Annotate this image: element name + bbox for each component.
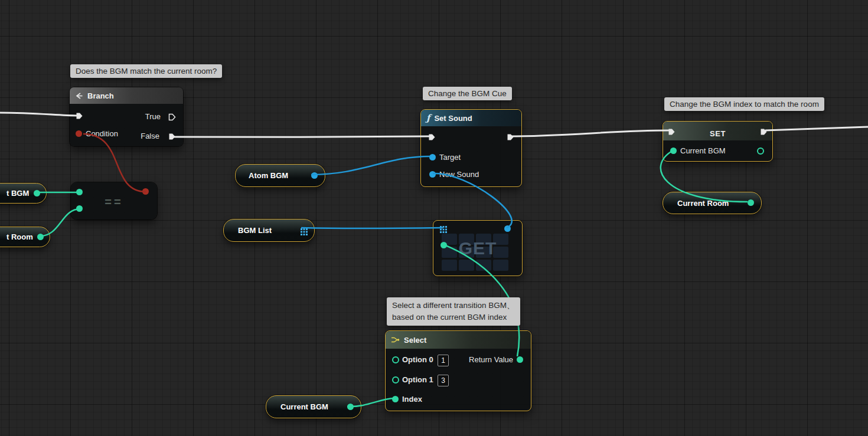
branch-node-title: Branch: [87, 91, 114, 100]
wire-exec-in-branch: [0, 113, 77, 116]
set-sound-newsound-pin[interactable]: [429, 171, 436, 178]
current-room-partial-pin[interactable]: [37, 234, 44, 240]
atom-bgm-pin[interactable]: [311, 172, 318, 179]
set-sound-exec-in-pin[interactable]: [428, 133, 436, 143]
equals-symbol: ==: [71, 195, 157, 209]
set-sound-title: Set Sound: [434, 114, 472, 123]
set-sound-target-label: Target: [439, 153, 461, 162]
select-index-pin[interactable]: [392, 396, 399, 402]
select-title: Select: [404, 336, 426, 345]
set-sound-newsound-label: New Sound: [439, 170, 479, 179]
branch-false-pin[interactable]: [168, 132, 176, 143]
wire-obj-atombgm-target: [311, 156, 430, 175]
select-option1-pin[interactable]: [392, 376, 399, 383]
current-bgm-partial-pin[interactable]: [34, 190, 40, 196]
current-room-pin[interactable]: [748, 199, 754, 206]
set-variable-node[interactable]: SET Current BGM: [663, 121, 773, 162]
branch-condition-pin[interactable]: [76, 130, 82, 137]
atom-bgm-pill[interactable]: Atom BGM: [235, 164, 325, 187]
set-sound-exec-out-pin[interactable]: [507, 133, 514, 143]
select-return-label: Return Value: [469, 355, 513, 364]
current-room-partial-label: t Room: [6, 232, 33, 241]
tooltip-select-line2: based on the current BGM index: [392, 312, 515, 323]
bgm-list-array-pin[interactable]: [301, 227, 308, 238]
current-bgm-label: Current BGM: [280, 402, 328, 411]
array-get-node[interactable]: GET: [433, 220, 523, 276]
tooltip-select-line1: Select a different transition BGM、: [392, 300, 515, 312]
branch-node-header: Branch: [70, 87, 183, 104]
set-variable-value-pin[interactable]: [670, 147, 677, 154]
select-option0-value-input[interactable]: 1: [438, 355, 449, 366]
current-bgm-pill[interactable]: Current BGM: [266, 395, 361, 418]
wire-exec-branch-false-setsound: [172, 136, 430, 137]
current-room-pill[interactable]: Current Room: [663, 192, 762, 214]
get-output-pin[interactable]: [504, 225, 511, 232]
select-option1-value-input[interactable]: 3: [438, 375, 449, 386]
select-return-pin[interactable]: [517, 356, 523, 363]
set-variable-title: SET: [663, 129, 772, 138]
branch-true-pin[interactable]: [168, 113, 176, 123]
equals-input-a-pin[interactable]: [76, 189, 83, 195]
select-node[interactable]: Select Option 0 1 Option 1 3 Index Retur…: [385, 330, 531, 411]
branch-exec-in-pin[interactable]: [76, 112, 83, 122]
equals-output-pin[interactable]: [142, 188, 149, 195]
wire-exec-setvar-out: [765, 127, 868, 130]
blueprint-graph-canvas[interactable]: Does the BGM match the current room? Cha…: [0, 0, 868, 436]
branch-false-label: False: [141, 132, 159, 140]
branch-true-label: True: [145, 112, 161, 121]
tooltip-select: Select a different transition BGM、 based…: [387, 297, 520, 326]
tooltip-branch: Does the BGM match the current room?: [70, 64, 222, 78]
set-sound-header: ƒ Set Sound: [421, 110, 521, 126]
array-grid-icon: [440, 226, 447, 233]
set-variable-exec-out-pin[interactable]: [760, 127, 768, 138]
set-variable-value-label: Current BGM: [680, 146, 726, 155]
select-header: Select: [386, 331, 531, 349]
equals-node[interactable]: ==: [71, 182, 157, 219]
wire-obj-bgmlist-get: [301, 228, 443, 228]
function-icon: ƒ: [426, 113, 430, 123]
current-room-partial-pill[interactable]: t Room: [0, 227, 50, 247]
select-index-label: Index: [402, 395, 422, 404]
current-bgm-pin[interactable]: [347, 404, 354, 410]
bgm-list-label: BGM List: [238, 226, 272, 235]
current-bgm-partial-label: t BGM: [6, 189, 29, 198]
tooltip-set-sound: Change the BGM Cue: [423, 87, 512, 100]
set-variable-exec-in-pin[interactable]: [668, 127, 676, 138]
branch-condition-label: Condition: [86, 129, 118, 138]
atom-bgm-label: Atom BGM: [249, 171, 288, 180]
current-bgm-partial-pill[interactable]: t BGM: [0, 183, 47, 204]
set-sound-node[interactable]: ƒ Set Sound Target New Sound: [420, 109, 522, 187]
select-icon: [391, 336, 400, 343]
select-option0-label: Option 0: [402, 355, 433, 364]
current-room-label: Current Room: [677, 199, 729, 208]
set-variable-output-pin[interactable]: [757, 147, 764, 155]
array-grid-icon: [301, 228, 308, 235]
branch-node[interactable]: Branch Condition True False: [70, 87, 183, 146]
tooltip-set-var: Change the BGM index to match the room: [664, 97, 824, 111]
select-option0-pin[interactable]: [392, 356, 399, 363]
select-option1-label: Option 1: [402, 375, 433, 384]
get-index-pin[interactable]: [440, 242, 447, 248]
bgm-list-pill[interactable]: BGM List: [223, 219, 315, 242]
wire-exec-setsound-setvar: [508, 130, 669, 136]
array-get-label: GET: [433, 238, 522, 258]
get-array-input-pin[interactable]: [440, 225, 447, 235]
branch-icon: [75, 92, 83, 100]
set-sound-target-pin[interactable]: [429, 154, 436, 160]
